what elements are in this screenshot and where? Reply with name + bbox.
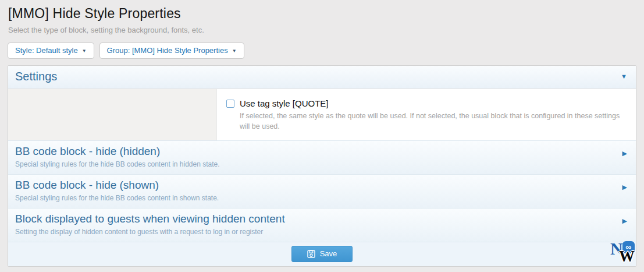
- use-tag-style-description: If selected, the same style as the quote…: [240, 111, 627, 132]
- section-bbcode-shown[interactable]: BB code block - hide (shown) Special sty…: [8, 174, 636, 208]
- section-text: Block displayed to guests when viewing h…: [15, 213, 285, 236]
- caret-down-icon: ▼: [232, 48, 237, 54]
- group-dropdown-button[interactable]: Group: [MMO] Hide Style Properties ▼: [99, 43, 244, 59]
- page-title: [MMO] Hide Style Properties: [8, 6, 636, 22]
- style-dropdown-label: Style: Default style: [15, 46, 78, 55]
- form-row-label-cell: [8, 89, 217, 140]
- page-header: [MMO] Hide Style Properties Select the t…: [0, 0, 644, 34]
- save-button[interactable]: Save: [291, 246, 353, 262]
- save-icon: [307, 250, 315, 258]
- page-subtitle: Select the type of block, setting the ba…: [8, 26, 636, 34]
- panel-footer: Save: [8, 242, 636, 266]
- section-subtitle: Setting the display of hidden content to…: [15, 228, 285, 236]
- save-button-label: Save: [320, 249, 337, 258]
- use-tag-style-checkbox[interactable]: [226, 100, 234, 108]
- section-subtitle: Special styling rules for the hide BB co…: [15, 194, 219, 202]
- collapse-arrow-icon: ▼: [621, 73, 627, 80]
- section-bbcode-hidden[interactable]: BB code block - hide (hidden) Special st…: [8, 140, 636, 174]
- settings-panel: Settings ▼ Use tag style [QUOTE] If sele…: [8, 65, 636, 267]
- settings-section-title: Settings: [15, 70, 57, 83]
- use-tag-style-row: Use tag style [QUOTE] If selected, the s…: [8, 89, 636, 140]
- section-text: BB code block - hide (hidden) Special st…: [15, 145, 220, 168]
- use-tag-style-checkbox-line[interactable]: Use tag style [QUOTE]: [226, 98, 627, 108]
- section-title: BB code block - hide (hidden): [15, 145, 220, 158]
- group-dropdown-label: Group: [MMO] Hide Style Properties: [107, 46, 228, 55]
- section-title: Block displayed to guests when viewing h…: [15, 213, 285, 225]
- expand-arrow-icon: ▶: [622, 218, 627, 236]
- section-text: BB code block - hide (shown) Special sty…: [15, 179, 219, 202]
- watermark-letter-w: W: [619, 249, 642, 264]
- now-watermark-logo: N ∞ W: [610, 241, 643, 264]
- style-dropdown-button[interactable]: Style: Default style ▼: [8, 43, 94, 59]
- style-toolbar: Style: Default style ▼ Group: [MMO] Hide…: [8, 43, 644, 59]
- settings-section-header[interactable]: Settings ▼: [8, 66, 636, 89]
- section-subtitle: Special styling rules for the hide BB co…: [15, 160, 220, 168]
- expand-arrow-icon: ▶: [622, 150, 627, 168]
- section-guest-block[interactable]: Block displayed to guests when viewing h…: [8, 208, 636, 242]
- use-tag-style-label: Use tag style [QUOTE]: [240, 98, 329, 108]
- expand-arrow-icon: ▶: [622, 184, 627, 202]
- form-row-input-cell: Use tag style [QUOTE] If selected, the s…: [217, 89, 636, 140]
- caret-down-icon: ▼: [82, 48, 87, 54]
- section-title: BB code block - hide (shown): [15, 179, 219, 192]
